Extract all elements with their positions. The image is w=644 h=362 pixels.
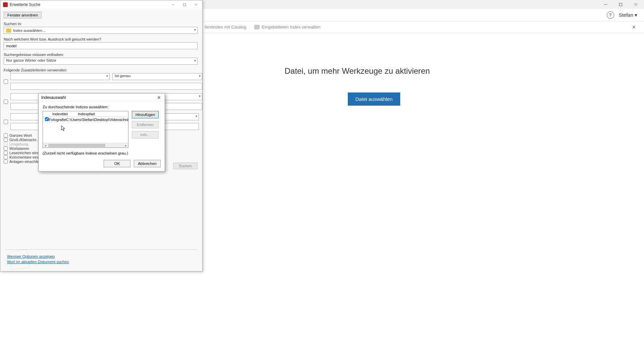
toolbar-catalog-item[interactable]: ltextindex mit Catalog <box>205 24 246 29</box>
criteria-1-operator-select[interactable]: Ist genau <box>112 73 202 80</box>
criteria-1-operator-value: Ist genau <box>115 74 130 78</box>
dialog-prompt: Zu durchsuchende Indizes auswählen: <box>43 105 161 109</box>
cancel-button[interactable]: Abbrechen <box>134 160 161 167</box>
list-item[interactable]: Fotografie C:\Users\Stefan\Desktop\Video… <box>43 117 128 122</box>
dialog-close-button[interactable]: ✕ <box>155 95 163 100</box>
whole-word-label: Ganzes Wort <box>9 133 32 137</box>
bookmarks-checkbox[interactable] <box>4 151 8 155</box>
criteria-label: Folgende Zusatzkriterien verwenden: <box>4 68 199 72</box>
criteria-1-checkbox[interactable] <box>4 79 8 84</box>
divider <box>5 249 198 250</box>
search-minimize-button[interactable] <box>167 1 179 8</box>
svg-rect-1 <box>183 4 186 6</box>
index-row-title: Fotografie <box>49 118 66 122</box>
index-row-path: C:\Users\Stefan\Desktop\Videoschnit <box>66 118 128 122</box>
user-menu[interactable]: Stefan ▾ <box>619 12 637 18</box>
embedded-index-icon <box>254 25 260 29</box>
proximity-checkbox <box>4 142 8 146</box>
whole-word-checkbox[interactable] <box>4 133 8 137</box>
criteria-3-checkbox[interactable] <box>4 120 8 124</box>
chevron-down-icon: ▾ <box>635 12 637 18</box>
search-window-title: Erweiterte Suche <box>10 2 40 7</box>
index-row-checkbox[interactable] <box>45 117 49 121</box>
less-options-link[interactable]: Weniger Optionen anzeigen <box>7 254 69 258</box>
toolbar-embedded-label: Eingebetteten Index verwalten <box>262 24 320 29</box>
footer-links: Weniger Optionen anzeigen Wort im aktuel… <box>7 253 69 265</box>
add-button[interactable]: Hinzufügen <box>132 111 159 118</box>
search-titlebar: Erweiterte Suche <box>0 0 202 9</box>
search-close-button[interactable] <box>190 1 202 8</box>
index-list[interactable]: Indextitel Indexpfad Fotografie C:\Users… <box>43 111 128 148</box>
scroll-left-icon[interactable]: ◂ <box>43 144 48 147</box>
stem-label: Wortstamm <box>9 146 29 150</box>
results-select[interactable]: Nur ganze Wörter oder Sätze <box>4 58 198 65</box>
search-in-value: Index auswählen... <box>13 28 45 33</box>
doc-search-link[interactable]: Wort im aktuellen Dokument suchen <box>7 260 69 264</box>
dialog-titlebar: Indexauswahl ✕ <box>39 94 165 102</box>
arrange-windows-button[interactable]: Fenster anordnen <box>4 12 42 18</box>
query-input[interactable] <box>4 42 198 49</box>
criteria-1-field-select[interactable] <box>10 73 110 80</box>
user-name: Stefan <box>619 12 633 18</box>
pdf-icon <box>3 2 8 7</box>
main-maximize-button[interactable] <box>613 0 628 8</box>
results-value: Nur ganze Wörter oder Sätze <box>6 58 56 62</box>
remove-button: Entfernen <box>132 121 159 128</box>
results-label: Suchergebnisse müssen enthalten: <box>4 53 199 57</box>
comments-checkbox[interactable] <box>4 155 8 159</box>
col-header-title[interactable]: Indextitel <box>50 111 76 117</box>
search-button[interactable]: Suchen <box>173 163 198 169</box>
dialog-title: Indexauswahl <box>41 95 66 100</box>
help-icon[interactable]: ? <box>607 11 614 19</box>
case-sensitive-label: Groß-/Kleinschr. <box>9 138 37 142</box>
search-in-select[interactable]: Index auswählen... <box>4 27 198 34</box>
search-in-label: Suchen in: <box>4 22 199 26</box>
index-selection-dialog: Indexauswahl ✕ Zu durchsuchende Indizes … <box>38 93 165 172</box>
select-file-button[interactable]: Datei auswählen <box>348 93 400 106</box>
criteria-1-value-input[interactable] <box>10 83 202 90</box>
case-sensitive-checkbox[interactable] <box>4 138 8 142</box>
list-header: Indextitel Indexpfad <box>43 111 128 117</box>
main-close-button[interactable] <box>628 0 643 8</box>
criteria-2-checkbox[interactable] <box>4 100 8 104</box>
toolbar-close-button[interactable]: ✕ <box>632 24 636 30</box>
attachments-checkbox[interactable] <box>4 160 8 164</box>
main-minimize-button[interactable] <box>598 0 613 8</box>
stem-checkbox[interactable] <box>4 146 8 150</box>
dialog-note: (Zurzeit nicht verfügbare Indexe erschei… <box>43 151 161 155</box>
toolbar-embedded-item[interactable]: Eingebetteten Index verwalten <box>254 24 320 29</box>
ok-button[interactable]: OK <box>104 160 130 167</box>
horizontal-scrollbar[interactable]: ◂ ▸ <box>43 143 128 147</box>
proximity-label: Umgebung <box>9 142 28 146</box>
folder-icon <box>6 28 11 33</box>
dialog-body: Zu durchsuchende Indizes auswählen: Inde… <box>39 102 165 171</box>
scroll-right-icon[interactable]: ▸ <box>123 144 128 147</box>
scroll-thumb[interactable] <box>48 144 105 147</box>
svg-rect-0 <box>620 3 622 6</box>
query-label: Nach welchem Wort bzw. Ausdruck soll ges… <box>4 37 199 41</box>
search-maximize-button[interactable] <box>179 1 190 8</box>
col-header-path[interactable]: Indexpfad <box>76 111 128 117</box>
info-button: Info... <box>132 131 159 138</box>
